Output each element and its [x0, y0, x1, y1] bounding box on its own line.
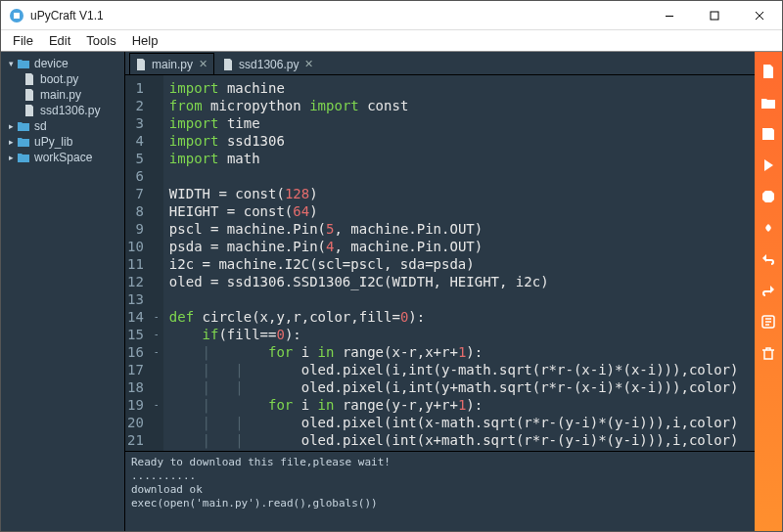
file-icon: [134, 58, 148, 71]
expand-icon: ▾: [5, 59, 17, 68]
folder-icon: [17, 119, 30, 133]
expand-icon: ▸: [5, 153, 17, 162]
tab-close-icon[interactable]: ✕: [304, 58, 313, 70]
file-icon: [221, 58, 235, 71]
save-button[interactable]: [757, 122, 780, 146]
editor-panel: main.py ✕ ssd1306.py ✕ 12345678910111213…: [125, 52, 755, 531]
folder-icon: [17, 57, 30, 70]
expand-icon: ▸: [5, 121, 17, 131]
console-output[interactable]: Ready to download this file,please wait!…: [125, 451, 755, 531]
titlebar: uPyCraft V1.1: [1, 1, 782, 30]
workspace: ▾ device boot.py main.py ssd1306.py ▸ sd: [1, 52, 782, 531]
syntax-check-button[interactable]: [757, 310, 780, 333]
menu-help[interactable]: Help: [124, 31, 166, 50]
file-icon: [23, 88, 36, 102]
tree-label: boot.py: [40, 72, 78, 86]
tab-close-icon[interactable]: ✕: [199, 58, 207, 70]
tab-label: main.py: [152, 58, 193, 71]
maximize-button[interactable]: [692, 1, 737, 30]
fold-gutter: -----: [150, 75, 163, 451]
tree-device[interactable]: ▾ device: [1, 56, 124, 71]
menu-edit[interactable]: Edit: [41, 31, 78, 50]
tree-file-boot[interactable]: boot.py: [1, 71, 124, 87]
code-body: import machinefrom micropython import co…: [163, 75, 755, 451]
tree-label: uPy_lib: [34, 135, 72, 149]
tabbar: main.py ✕ ssd1306.py ✕: [125, 52, 755, 75]
tree-workspace[interactable]: ▸ workSpace: [1, 150, 124, 165]
run-button[interactable]: [757, 154, 780, 177]
app-window: uPyCraft V1.1 File Edit Tools Help ▾ dev…: [0, 0, 783, 532]
folder-icon: [17, 151, 30, 164]
file-tree: ▾ device boot.py main.py ssd1306.py ▸ sd: [1, 52, 125, 531]
open-folder-button[interactable]: [757, 91, 780, 114]
tree-label: main.py: [40, 88, 81, 102]
code-editor[interactable]: 12345678910111213141516171819202122 ----…: [125, 75, 755, 451]
clear-button[interactable]: [757, 341, 780, 365]
window-buttons: [647, 1, 782, 30]
right-toolbar: [755, 52, 782, 531]
menu-tools[interactable]: Tools: [78, 31, 123, 50]
redo-button[interactable]: [757, 279, 780, 302]
menu-file[interactable]: File: [5, 31, 41, 50]
connect-button[interactable]: [757, 216, 780, 240]
file-icon: [23, 104, 36, 117]
menubar: File Edit Tools Help: [1, 30, 782, 52]
tree-file-main[interactable]: main.py: [1, 87, 124, 103]
undo-button[interactable]: [757, 247, 780, 271]
tree-label: workSpace: [34, 151, 92, 164]
tab-label: ssd1306.py: [239, 58, 299, 71]
close-button[interactable]: [737, 1, 782, 30]
folder-icon: [17, 135, 30, 149]
minimize-button[interactable]: [647, 1, 692, 30]
tree-sd[interactable]: ▸ sd: [1, 118, 124, 134]
new-file-button[interactable]: [757, 60, 780, 83]
expand-icon: ▸: [5, 137, 17, 147]
stop-button[interactable]: [757, 185, 780, 208]
tree-label: ssd1306.py: [40, 104, 100, 117]
svg-rect-1: [666, 16, 673, 17]
tab-ssd1306[interactable]: ssd1306.py ✕: [216, 53, 320, 74]
tree-label: device: [34, 57, 69, 70]
app-icon: [9, 8, 24, 23]
line-gutter: 12345678910111213141516171819202122: [125, 75, 150, 451]
tree-file-ssd1306[interactable]: ssd1306.py: [1, 103, 124, 118]
window-title: uPyCraft V1.1: [30, 9, 647, 22]
tree-upylib[interactable]: ▸ uPy_lib: [1, 134, 124, 150]
svg-rect-2: [711, 12, 718, 20]
tree-label: sd: [34, 119, 47, 133]
file-icon: [23, 72, 36, 86]
tab-main[interactable]: main.py ✕: [129, 53, 214, 74]
